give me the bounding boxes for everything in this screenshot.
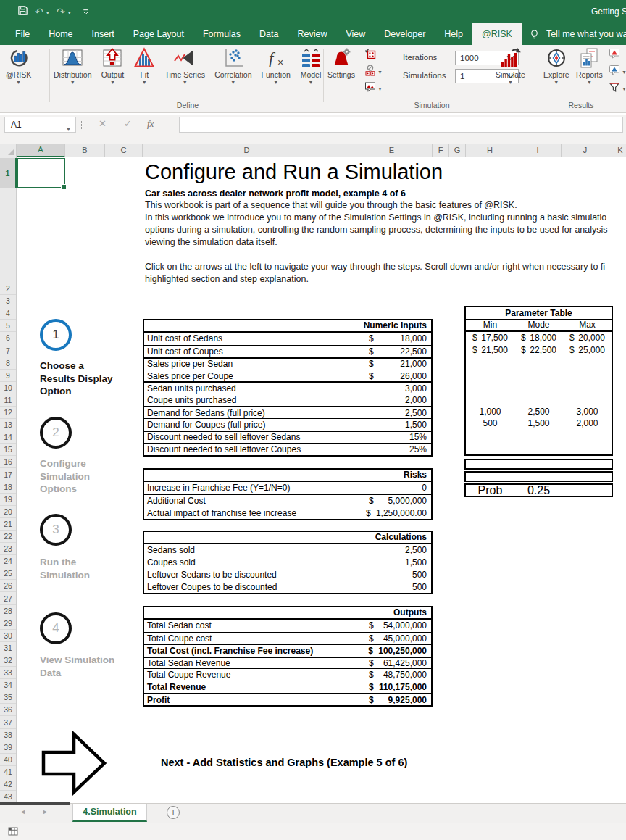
row-value[interactable]: 9,925,000 [379,695,431,705]
row-value[interactable]: 1,500 [379,557,431,567]
row-value[interactable]: 45,000,000 [379,633,431,644]
column-header-e[interactable]: E [351,144,433,157]
row-header-35[interactable]: 35 [0,691,16,704]
row-header-29[interactable]: 29 [0,617,16,630]
row-header-28[interactable]: 28 [0,605,16,617]
row-header-38[interactable]: 38 [0,729,16,741]
row-header-40[interactable]: 40 [0,754,16,766]
prob-label[interactable]: Prob [466,484,514,497]
save-icon[interactable] [17,5,28,19]
row-label[interactable]: Total Sedan cost [144,620,359,631]
row-label[interactable]: Coupe units purchased [144,395,359,405]
parameter-cell[interactable]: 500 [466,418,514,428]
row-header-16[interactable]: 16 [0,456,16,468]
paragraph-line[interactable] [145,249,608,261]
sheet-subtitle[interactable]: Car sales across dealer network profit m… [145,188,406,199]
column-header-d[interactable]: D [143,144,351,157]
ribbon-tab-data[interactable]: Data [250,23,288,45]
column-header-c[interactable]: C [105,144,143,157]
column-header-h[interactable]: H [466,144,514,157]
intro-paragraph[interactable]: This workbook is part of a sequence that… [145,199,608,286]
redo-icon[interactable]: ↷ [57,5,65,18]
prob-value[interactable]: 0.25 [514,484,563,497]
red-callout-button[interactable] [609,48,626,62]
die-button[interactable] [364,48,383,62]
row-header-10[interactable]: 10 [0,382,16,394]
column-header-min[interactable]: Min [466,320,514,330]
row-label[interactable]: Total Cost (incl. Franchise Fee increase… [144,646,358,656]
currency-symbol[interactable]: $ [359,620,379,631]
parameter-cell[interactable]: $20,000 [563,333,612,343]
parameter-cell[interactable]: $17,500 [466,333,514,343]
row-header-41[interactable]: 41 [0,766,16,778]
row-header-36[interactable]: 36 [0,704,16,716]
row-value[interactable]: 2,500 [379,408,431,418]
enter-icon[interactable]: ✓ [124,118,132,129]
parameter-cell[interactable]: $21,500 [466,345,514,355]
sheet-prev-icon[interactable]: ◄ [20,808,26,815]
ribbon-tab-developer[interactable]: Developer [375,23,435,45]
currency-symbol[interactable]: $ [359,633,379,644]
row-header-33[interactable]: 33 [0,667,16,679]
function-button[interactable]: f×Function▼ [262,46,291,85]
next-arrow-shape[interactable] [41,730,107,797]
row-value[interactable]: 5,000,000 [379,496,431,506]
row-value[interactable]: 2,500 [379,545,431,555]
row-value[interactable]: 500 [379,570,431,580]
row-header-11[interactable]: 11 [0,394,16,407]
row-value[interactable]: 21,000 [379,359,431,369]
explore-button[interactable]: Explore ▼ [543,46,569,85]
column-header-g[interactable]: G [449,144,466,157]
correlation-button[interactable]: Correlation▼ [214,46,251,85]
row-header-8[interactable]: 8 [0,357,16,370]
paragraph-line[interactable]: This workbook is part of a sequence that… [145,199,608,212]
row-value[interactable]: 61,425,000 [379,658,431,668]
parameter-cell[interactable]: 1,500 [514,418,563,428]
row-label[interactable]: Sales price per Sedan [144,359,359,369]
ribbon-tab-help[interactable]: Help [435,23,472,45]
row-label[interactable]: Discount needed to sell leftover Sedans [144,432,359,442]
row-header-22[interactable]: 22 [0,531,16,543]
fill-handle[interactable] [61,184,67,190]
parameter-cell[interactable]: 1,000 [466,407,514,417]
next-step-text[interactable]: Next - Add Statistics and Graphs (Exampl… [161,757,407,768]
fit-button[interactable]: Fit▼ [133,46,155,85]
parameter-cell[interactable]: $22,500 [514,345,563,355]
redo-caret-icon[interactable]: ▾ [68,10,71,16]
row-label[interactable]: Unit cost of Coupes [144,346,359,357]
paragraph-line[interactable]: highlighted section and step explanation… [145,273,608,286]
table-header-label[interactable]: Risks [404,470,427,480]
row-label[interactable]: Total Coupe cost [144,633,359,644]
table-header-label[interactable]: Outputs [393,607,427,617]
distribution-button[interactable]: Distribution▼ [54,46,92,85]
row-header-7[interactable]: 7 [0,345,16,357]
ribbon-tab-review[interactable]: Review [288,23,336,45]
row-label[interactable]: Unit cost of Sedans [144,333,359,344]
currency-symbol[interactable]: $ [359,496,379,506]
ribbon-tab-formulas[interactable]: Formulas [193,23,250,45]
column-header-i[interactable]: I [514,144,562,157]
row-header-39[interactable]: 39 [0,741,16,754]
currency-symbol[interactable]: $ [359,346,379,357]
insert-function-icon[interactable]: fx [147,118,154,130]
parameter-cell[interactable]: 2,000 [563,418,612,428]
row-label[interactable]: Profit [144,695,359,705]
select-all-corner[interactable] [0,144,17,157]
row-header-6[interactable]: 6 [0,332,16,344]
row-header-2[interactable]: 2 [0,283,16,295]
time-series-button[interactable]: Time Series▼ [164,46,205,85]
parameter-empty-box[interactable] [464,459,613,470]
row-value[interactable]: 15% [379,432,431,442]
blue-callout-button[interactable]: ▼ [609,65,626,79]
ribbon-tab-page-layout[interactable]: Page Layout [124,23,193,45]
row-label[interactable]: Total Coupe Revenue [144,670,359,680]
formula-input[interactable] [179,117,623,133]
output-button[interactable]: Output▼ [101,46,125,85]
row-header-12[interactable]: 12 [0,407,16,419]
row-label[interactable]: Increase in Franchise Fee (Y=1/N=0) [144,483,359,493]
row-header-14[interactable]: 14 [0,431,16,444]
row-header-27[interactable]: 27 [0,593,16,605]
row-header-23[interactable]: 23 [0,543,16,555]
row-header-34[interactable]: 34 [0,679,16,691]
currency-symbol[interactable]: $ [359,682,379,692]
